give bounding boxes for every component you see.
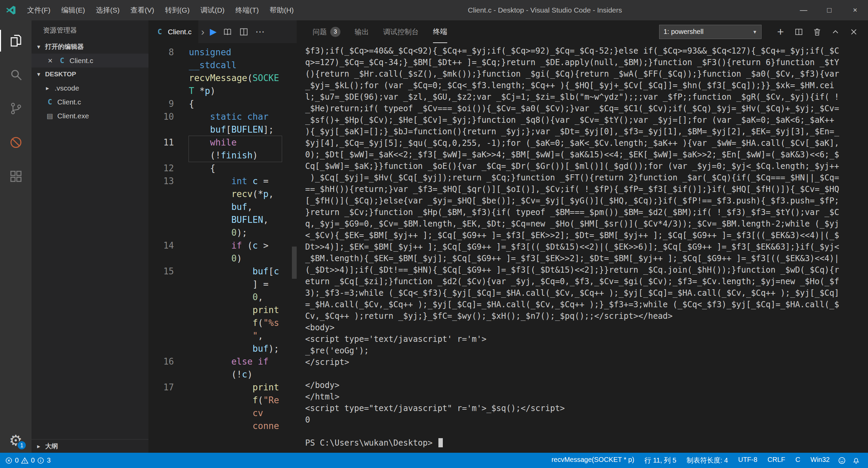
warning-icon <box>21 456 29 465</box>
code-token: char <box>247 112 269 122</box>
panel-tab-终端[interactable]: 终端 <box>433 20 447 43</box>
extensions-icon <box>9 169 23 183</box>
activity-bar-source-control[interactable] <box>0 92 32 125</box>
problems-status[interactable]: 0 0 3 <box>5 456 51 465</box>
code-token: ]; <box>263 124 274 135</box>
split-editor-icon <box>239 27 249 37</box>
status-cursor-position[interactable]: 行 11, 列 5 <box>639 456 682 465</box>
file-name: .vscode <box>55 84 79 92</box>
panel-tab-输出[interactable]: 输出 <box>355 20 369 43</box>
open-editors-header[interactable]: ▾ 打开的编辑器 <box>32 40 149 54</box>
split-editor-button[interactable] <box>236 27 252 37</box>
notifications-button[interactable] <box>849 453 863 468</box>
status-language-mode[interactable]: C <box>790 456 805 465</box>
menu-item[interactable]: 选择(S) <box>91 0 125 20</box>
activity-bar-debug[interactable] <box>0 125 32 159</box>
panel-tab-label: 问题 <box>313 27 327 37</box>
kill-terminal-button[interactable] <box>810 24 825 39</box>
terminal-picker[interactable]: 1: powershell ▼ <box>659 25 762 39</box>
panel-tab-label: 终端 <box>433 27 447 36</box>
code-token: (* <box>253 189 263 199</box>
file-tree: ▸.vscodeCClient.c▤Client.exe <box>32 81 149 123</box>
problems-badge: 3 <box>330 27 340 37</box>
menu-item[interactable]: 帮助(H) <box>264 0 299 20</box>
code-token: , <box>269 189 279 199</box>
file-tree-item[interactable]: ▤Client.exe <box>32 109 149 123</box>
code-token: ) <box>253 150 258 160</box>
feedback-button[interactable] <box>835 453 849 468</box>
open-editor-item[interactable]: ×CClient.c <box>32 54 149 67</box>
editor-scrollbar[interactable] <box>292 43 297 453</box>
minimize-button[interactable]: — <box>791 0 816 20</box>
code-editor[interactable]: 8unsigned __stdcall recvMessage(SOCKET *… <box>149 43 297 453</box>
activity-bar-extensions[interactable] <box>0 159 32 193</box>
scrollbar-thumb[interactable] <box>292 247 297 279</box>
menu-item[interactable]: 终端(T) <box>230 0 264 20</box>
window-title: Client.c - Desktop - Visual Studio Code … <box>299 6 791 14</box>
terminal-line: eturn _$Cq[_$zi];}function _$d2(_$Cv){va… <box>305 276 868 287</box>
close-window-button[interactable]: × <box>842 0 868 20</box>
menu-item[interactable]: 调试(D) <box>195 0 230 20</box>
status-eol[interactable]: CRLF <box>763 456 790 465</box>
run-button[interactable]: ▶ <box>207 26 219 37</box>
maximize-button[interactable]: □ <box>816 0 842 20</box>
menu-item[interactable]: 编辑(E) <box>56 0 91 20</box>
menu-item[interactable]: 转到(G) <box>160 0 195 20</box>
trash-icon <box>812 27 822 37</box>
open-editors-list: ×CClient.c <box>32 54 149 67</box>
activity-bar-search[interactable] <box>0 58 32 92</box>
code-token: ( <box>242 240 253 251</box>
code-token: , <box>247 202 258 212</box>
panel-tab-label: 输出 <box>355 27 369 37</box>
maximize-panel-button[interactable] <box>828 24 843 39</box>
terminal-output[interactable]: $f3);if(_$Cq>=40&&_$Cq<92){_$Cq+=_$yj;if… <box>297 43 868 453</box>
editor-line: 15buf[c] = 0, printf("%s", buf); <box>149 265 297 355</box>
sidebar-title: 资源管理器 <box>32 20 149 40</box>
code-token: p <box>263 189 269 199</box>
code-token: buf <box>253 344 269 354</box>
terminal-line: q,_$yj=_$G9=0,_$Cv=_$BM.length,_$EK,_$Dt… <box>305 218 868 230</box>
menu-item[interactable]: 文件(F) <box>22 0 56 20</box>
status-platform[interactable]: Win32 <box>805 456 835 465</box>
code-token: int <box>231 176 247 186</box>
activity-bar-explorer[interactable] <box>0 24 32 58</box>
menu-item[interactable]: 查看(V) <box>125 0 160 20</box>
new-terminal-button[interactable]: + <box>773 24 788 39</box>
code-text: static char buf[BUFLEN]; <box>189 110 282 136</box>
chevron-down-icon: ▾ <box>35 71 42 78</box>
line-number: 8 <box>149 46 179 97</box>
workbench: ⚙ 1 资源管理器 ▾ 打开的编辑器 ×CClient.c ▾ DESKTOP … <box>0 20 868 453</box>
status-encoding[interactable]: UTF-8 <box>733 456 763 465</box>
dropdown-arrow-icon: ▼ <box>752 29 757 35</box>
code-token: ); <box>237 228 247 238</box>
panel-tab-调试控制台[interactable]: 调试控制台 <box>383 20 419 43</box>
status-symbol-info[interactable]: recvMessage(SOCKET * p) <box>546 456 639 465</box>
more-actions-button[interactable]: ⋯ <box>252 26 268 37</box>
info-count: 3 <box>47 456 51 464</box>
code-token: ] = <box>253 279 274 289</box>
file-tree-item[interactable]: ▸.vscode <box>32 81 149 95</box>
close-panel-button[interactable] <box>846 24 861 39</box>
code-token: buf <box>231 202 247 212</box>
tab-client-c[interactable]: C Client.c <box>149 20 198 43</box>
close-editor-icon[interactable]: × <box>46 56 55 65</box>
split-terminal-button[interactable] <box>791 24 806 39</box>
close-icon <box>849 27 859 37</box>
terminal-line: }return _$Cv;}function _$Hp(_$BM,_$f3){i… <box>305 207 868 218</box>
manage-button[interactable]: ⚙ 1 <box>0 433 32 448</box>
breadcrumb-chevron-icon[interactable]: › <box>198 26 207 38</box>
code-token: 0 <box>231 228 237 238</box>
folder-root-header[interactable]: ▾ DESKTOP <box>32 67 149 81</box>
outline-section[interactable]: ▸ 大纲 <box>32 439 149 453</box>
terminal-line: =_$HA.call(_$Cv,_$Cq++ );_$yj[_$Cq]=_$HA… <box>305 299 868 310</box>
terminal-line: q>=127)_$Cq=_$Cq-34;}_$BM[_$Dt++ ]=_$Cq;… <box>305 57 868 68</box>
code-token: [ <box>269 266 274 276</box>
menu-bar: 文件(F)编辑(E)选择(S)查看(V)转到(G)调试(D)终端(T)帮助(H) <box>22 0 299 20</box>
file-tree-item[interactable]: CClient.c <box>32 95 149 109</box>
code-token: buf <box>210 124 226 135</box>
panel-tab-问题[interactable]: 问题3 <box>313 20 340 43</box>
open-preview-button[interactable] <box>219 27 236 37</box>
terminal-line: _$yj=_$kL();for (var _$Cq=0;_$Cq<_$f3.le… <box>305 80 868 91</box>
terminal-line: )_$Cq[_$yj]=_$Hv(_$Cq[_$yj]);return _$Cq… <box>305 172 868 183</box>
status-tab-size[interactable]: 制表符长度: 4 <box>682 456 733 465</box>
